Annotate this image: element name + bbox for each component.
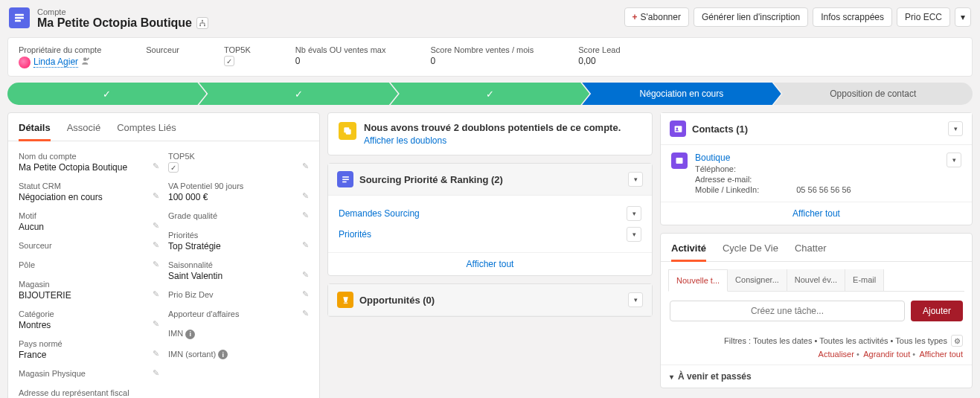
infos-scrapped-button[interactable]: Infos scrappées — [813, 7, 892, 27]
subtab-email[interactable]: E-mail — [845, 269, 884, 291]
record-name-text: Ma Petite Octopia Boutique — [37, 16, 192, 30]
add-task-button[interactable]: Ajouter — [911, 301, 963, 321]
page-header: Compte Ma Petite Octopia Boutique +S'abo… — [0, 0, 980, 37]
sourcing-view-all-link[interactable]: Afficher tout — [467, 259, 514, 269]
view-all-link[interactable]: Afficher tout — [920, 350, 964, 359]
tab-activite[interactable]: Activité — [671, 234, 706, 261]
path-step-future[interactable]: Opposition de contact — [774, 83, 973, 105]
edit-icon[interactable]: ✎ — [302, 270, 309, 280]
contact-row-menu-button[interactable]: ▾ — [947, 153, 961, 167]
generate-link-button[interactable]: Générer lien d'inscription — [694, 7, 808, 27]
check-icon: ✓ — [486, 89, 494, 100]
edit-icon[interactable]: ✎ — [153, 240, 159, 250]
row-menu-button[interactable]: ▾ — [627, 227, 641, 242]
field-top5k: TOP5K✓✎ — [168, 152, 309, 173]
edit-icon[interactable]: ✎ — [153, 191, 159, 201]
edit-icon[interactable]: ✎ — [302, 240, 309, 250]
fvalue: Négociation en cours — [19, 192, 159, 202]
subtab-nouvelle-tache[interactable]: Nouvelle t... — [668, 269, 728, 292]
follow-label: S'abonner — [641, 12, 681, 22]
path-step-complete[interactable]: ✓ — [391, 83, 589, 105]
flabel: Magasin Physique — [19, 369, 159, 378]
row-menu-button[interactable]: ▾ — [627, 206, 641, 221]
field-prio-bizdev: Prio Biz Dev✎ — [168, 290, 309, 301]
info-icon[interactable]: i — [218, 350, 228, 359]
change-owner-icon[interactable] — [81, 56, 92, 68]
contacts-card: Contacts (1) ▾ Boutique Téléphone: Adres… — [660, 112, 973, 225]
flabel: Priorités — [168, 231, 309, 240]
contacts-header: Contacts (1) ▾ — [661, 113, 972, 145]
expand-all-link[interactable]: Agrandir tout — [863, 350, 910, 359]
path-step-current[interactable]: Négociation en cours — [582, 83, 781, 105]
priorites-link[interactable]: Priorités — [339, 229, 371, 240]
edit-icon[interactable]: ✎ — [153, 319, 159, 329]
gear-icon[interactable]: ⚙ — [951, 335, 963, 347]
flabel: Saisonnalité — [168, 260, 309, 269]
edit-icon[interactable]: ✎ — [302, 161, 309, 171]
field-imn-sortant: IMN (sortant) i — [168, 350, 309, 362]
sourcing-header: Sourcing Priorité & Ranking (2) ▾ — [328, 164, 652, 196]
edit-icon[interactable]: ✎ — [153, 349, 159, 359]
hl-nbevals: Nb évals OU ventes max 0 — [295, 45, 386, 68]
demandes-sourcing-link[interactable]: Demandes Sourcing — [339, 208, 420, 219]
tab-cycle-vie[interactable]: Cycle De Vie — [723, 234, 778, 261]
activity-subtabs: Nouvelle t... Consigner... Nouvel év... … — [668, 269, 964, 292]
edit-icon[interactable]: ✎ — [153, 221, 159, 231]
svg-rect-3 — [202, 20, 203, 22]
tab-comptes-lies[interactable]: Comptes Liés — [117, 113, 176, 141]
flabel: IMN i — [168, 329, 309, 339]
activity-card: Activité Cycle De Vie Chatter Nouvelle t… — [660, 233, 973, 388]
hl-sourceur: Sourceur — [146, 45, 179, 68]
opportunities-menu-button[interactable]: ▾ — [628, 292, 643, 307]
edit-icon[interactable]: ✎ — [302, 309, 309, 318]
edit-icon[interactable]: ✎ — [153, 260, 159, 269]
follow-button[interactable]: +S'abonner — [624, 7, 689, 27]
hl-scorelead: Score Lead 0,00 — [578, 45, 620, 68]
hl-top5k: TOP5K ✓ — [224, 45, 251, 68]
path-step-complete[interactable]: ✓ — [199, 83, 397, 105]
field-priorites: PrioritésTop Stratégie✎ — [168, 231, 309, 251]
fvalue: France — [19, 350, 159, 360]
contacts-menu-button[interactable]: ▾ — [948, 121, 963, 136]
flabel: Apporteur d'affaires — [168, 309, 309, 318]
tab-details[interactable]: Détails — [19, 113, 51, 141]
duplicate-icon — [339, 122, 356, 140]
task-subject-input[interactable] — [670, 301, 905, 321]
subtab-consigner[interactable]: Consigner... — [728, 269, 787, 291]
contact-name-link[interactable]: Boutique — [695, 153, 730, 163]
edit-icon[interactable]: ✎ — [302, 211, 309, 220]
field-nom-compte: Nom du compteMa Petite Octopia Boutique✎ — [19, 152, 159, 173]
svg-point-6 — [83, 57, 87, 61]
subtab-nouvel-evenement[interactable]: Nouvel év... — [787, 269, 845, 291]
contact-email-label: Adresse e-mail: — [695, 175, 752, 184]
hierarchy-icon[interactable] — [196, 17, 208, 29]
owner-link[interactable]: Linda Agier — [33, 57, 78, 68]
contacts-view-all-link[interactable]: Afficher tout — [792, 208, 840, 219]
edit-icon[interactable]: ✎ — [153, 289, 159, 299]
sourcing-menu-button[interactable]: ▾ — [628, 172, 643, 187]
contacts-footer: Afficher tout — [661, 202, 972, 225]
detail-tabs: Détails Associé Comptes Liés — [8, 113, 319, 141]
path-step-complete[interactable]: ✓ — [7, 83, 206, 105]
edit-icon[interactable]: ✎ — [302, 289, 309, 299]
sourcing-row: Demandes Sourcing▾ — [339, 203, 641, 224]
edit-icon[interactable]: ✎ — [302, 191, 309, 201]
tab-associe[interactable]: Associé — [67, 113, 101, 141]
fvalue: Ma Petite Octopia Boutique — [19, 162, 159, 173]
more-actions-button[interactable]: ▾ — [955, 7, 971, 27]
fvalue: Montres — [19, 320, 159, 330]
flabel: VA Potentiel 90 jours — [168, 182, 309, 190]
info-icon[interactable]: i — [185, 330, 195, 339]
svg-rect-13 — [343, 302, 347, 303]
tab-chatter[interactable]: Chatter — [795, 234, 827, 261]
svg-rect-16 — [676, 158, 683, 164]
edit-icon[interactable]: ✎ — [153, 368, 159, 378]
edit-icon[interactable]: ✎ — [153, 161, 159, 171]
upcoming-section[interactable]: ▾ À venir et passés — [661, 365, 972, 388]
prio-ecc-button[interactable]: Prio ECC — [897, 7, 950, 27]
header-left: Compte Ma Petite Octopia Boutique — [9, 7, 208, 30]
show-duplicates-link[interactable]: Afficher les doublons — [364, 135, 621, 146]
contacts-title: Contacts (1) — [692, 123, 942, 135]
refresh-link[interactable]: Actualiser — [819, 350, 854, 359]
filters-text: Filtres : Toutes les dates • Toutes les … — [724, 336, 947, 345]
